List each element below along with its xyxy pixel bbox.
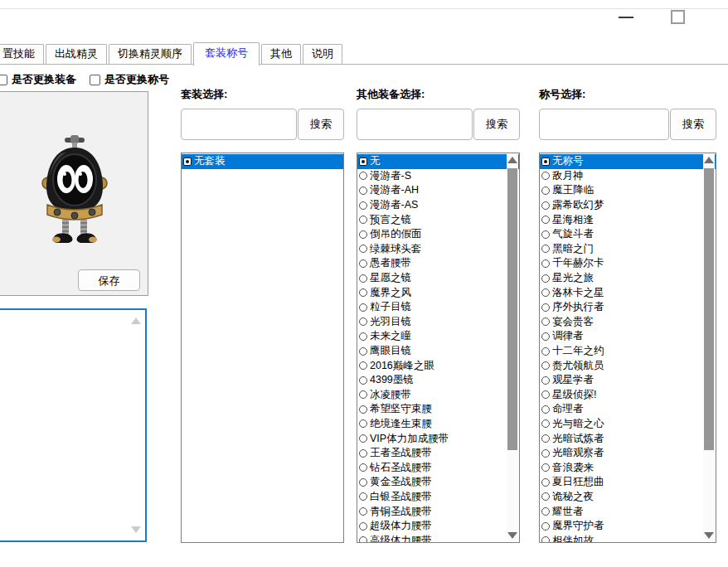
list-item[interactable]: 洛林卡之星 <box>540 285 716 300</box>
list-item[interactable]: 相伴如故 <box>540 533 716 543</box>
list-item[interactable]: 星光之旅 <box>540 271 716 286</box>
scroll-thumb[interactable] <box>704 168 714 450</box>
tab-other[interactable]: 其他 <box>261 44 301 64</box>
list-item[interactable]: 无套装 <box>182 154 343 169</box>
list-item[interactable]: 露希欧幻梦 <box>540 198 716 213</box>
list-item[interactable]: 鹰眼目镜 <box>357 344 519 359</box>
list-item-label: 钻石圣战腰带 <box>370 461 432 475</box>
list-item[interactable]: 夏日狂想曲 <box>540 475 716 490</box>
tab-battle-pets[interactable]: 出战精灵 <box>46 44 107 64</box>
list-item[interactable]: 音浪袭来 <box>540 460 716 475</box>
list-item[interactable]: 观星学者 <box>540 373 716 388</box>
scroll-down-icon[interactable] <box>507 532 517 539</box>
list-item[interactable]: 光羽目镜 <box>357 315 519 330</box>
equipment-listbox[interactable]: 无漫游者-S漫游者-AH漫游者-AS预言之镜倒吊的假面绿棘球头套愚者腰带星愿之镜… <box>357 153 520 543</box>
list-item[interactable]: 星级侦探! <box>540 388 716 403</box>
list-item[interactable]: 愚者腰带 <box>357 256 519 271</box>
list-item[interactable]: 黑暗之门 <box>540 242 716 257</box>
list-item[interactable]: 希望坚守束腰 <box>357 402 519 417</box>
list-item[interactable]: 白银圣战腰带 <box>357 490 519 505</box>
list-item[interactable]: 耀世者 <box>540 504 716 519</box>
title-listbox[interactable]: 无称号敌月神魔王降临露希欧幻梦星海相逢气旋斗者黑暗之门千年赫尔卡星光之旅洛林卡之… <box>539 153 716 543</box>
list-item[interactable]: 王者圣战腰带 <box>357 446 519 461</box>
radio-unselected-icon <box>541 463 550 472</box>
list-item[interactable]: 赉尤领航员 <box>540 358 716 373</box>
list-item[interactable]: 诡秘之夜 <box>540 490 716 505</box>
suit-search-input[interactable] <box>181 109 297 140</box>
scrollbar[interactable] <box>703 154 715 541</box>
title-search-button[interactable]: 搜索 <box>670 109 716 140</box>
suit-search-button[interactable]: 搜索 <box>298 109 344 140</box>
list-item[interactable]: 绿棘球头套 <box>357 242 519 257</box>
list-item[interactable]: 星海相逢 <box>540 212 716 227</box>
radio-unselected-icon <box>359 390 367 399</box>
suit-column-title: 套装选择: <box>181 87 344 104</box>
list-item[interactable]: 敌月神 <box>540 169 716 184</box>
tab-suit-title[interactable]: 套装称号 <box>193 42 260 65</box>
list-item[interactable]: 无称号 <box>540 154 716 169</box>
equipment-search-button[interactable]: 搜索 <box>473 109 520 140</box>
list-item[interactable]: 漫游者-S <box>357 169 519 184</box>
scroll-down-icon[interactable] <box>704 532 714 539</box>
list-item[interactable]: 序外执行者 <box>540 300 716 315</box>
list-item[interactable]: 星愿之镜 <box>357 271 519 286</box>
list-item[interactable]: 超级体力腰带 <box>357 519 519 534</box>
list-item-label: 命理者 <box>552 402 584 416</box>
list-item[interactable]: 4399墨镜 <box>357 373 519 388</box>
list-item[interactable]: 倒吊的假面 <box>357 227 519 242</box>
radio-unselected-icon <box>541 288 550 297</box>
list-item[interactable]: 粒子目镜 <box>357 300 519 315</box>
list-item[interactable]: 黄金圣战腰带 <box>357 475 519 490</box>
list-item-label: 高级体力腰带 <box>370 534 432 543</box>
list-item[interactable]: 高级体力腰带 <box>357 533 519 543</box>
scroll-up-icon[interactable] <box>704 157 714 163</box>
title-search-input[interactable] <box>539 109 669 140</box>
list-item-label: 黑暗之门 <box>552 242 594 256</box>
list-item[interactable]: 魔界守护者 <box>540 519 716 534</box>
list-item[interactable]: 魔王降临 <box>540 183 716 198</box>
list-item[interactable]: 光暗观察者 <box>540 446 716 461</box>
tab-switch-pet-order[interactable]: 切换精灵顺序 <box>109 44 192 64</box>
maximize-button[interactable] <box>671 10 685 24</box>
checkbox-change-title[interactable]: 是否更换称号 <box>91 72 169 87</box>
list-item[interactable]: 光与暗之心 <box>540 417 716 432</box>
minimize-button[interactable] <box>618 11 634 24</box>
scroll-up-icon[interactable] <box>507 157 517 163</box>
equipment-search-row: 搜索 <box>357 109 520 140</box>
list-item[interactable]: 冰凌腰带 <box>357 388 519 403</box>
scroll-up-icon[interactable] <box>131 317 141 324</box>
list-item[interactable]: 千年赫尔卡 <box>540 256 716 271</box>
radio-unselected-icon <box>541 536 550 543</box>
log-listbox[interactable] <box>0 308 147 542</box>
list-item[interactable]: 十二年之约 <box>540 344 716 359</box>
list-item[interactable]: 漫游者-AS <box>357 198 519 213</box>
list-item-label: 魔界守护者 <box>552 519 604 533</box>
scrollbar[interactable] <box>507 154 518 541</box>
list-item[interactable]: 2016巅峰之眼 <box>357 358 519 373</box>
list-item[interactable]: 未来之瞳 <box>357 329 519 344</box>
equipment-search-input[interactable] <box>357 109 473 140</box>
scroll-thumb[interactable] <box>507 168 517 450</box>
radio-unselected-icon <box>359 507 367 516</box>
suit-listbox[interactable]: 无套装 <box>181 153 344 543</box>
list-item[interactable]: 气旋斗者 <box>540 227 716 242</box>
list-item[interactable]: VIP体力加成腰带 <box>357 431 519 446</box>
save-button[interactable]: 保存 <box>78 269 140 291</box>
list-item-label: 相伴如故 <box>552 534 594 543</box>
list-item[interactable]: 漫游者-AH <box>357 183 519 198</box>
list-item[interactable]: 调律者 <box>540 329 716 344</box>
tab-help[interactable]: 说明 <box>303 44 342 64</box>
list-item[interactable]: 魔界之风 <box>357 285 519 300</box>
list-item[interactable]: 命理者 <box>540 402 716 417</box>
list-item-label: 光羽目镜 <box>370 315 411 329</box>
list-item[interactable]: 光暗试炼者 <box>540 431 716 446</box>
list-item[interactable]: 无 <box>357 154 519 169</box>
list-item[interactable]: 青铜圣战腰带 <box>357 504 519 519</box>
list-item[interactable]: 钻石圣战腰带 <box>357 460 519 475</box>
list-item[interactable]: 预言之镜 <box>357 212 519 227</box>
checkbox-change-equipment[interactable]: 是否更换装备 <box>0 72 76 87</box>
tab-skill-config[interactable]: 置技能 <box>0 44 44 64</box>
list-item[interactable]: 绝境逢生束腰 <box>357 417 519 432</box>
scroll-down-icon[interactable] <box>131 526 141 533</box>
list-item[interactable]: 宴会贵客 <box>540 315 716 330</box>
